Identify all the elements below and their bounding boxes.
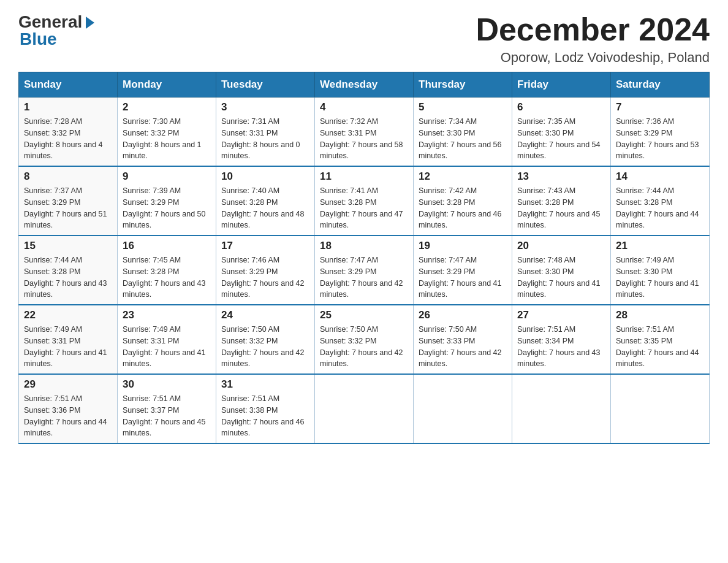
day-info: Sunrise: 7:50 AMSunset: 3:32 PMDaylight:… bbox=[320, 324, 408, 370]
day-number: 14 bbox=[616, 170, 704, 183]
day-number: 5 bbox=[419, 101, 507, 113]
day-number: 23 bbox=[123, 309, 211, 321]
day-cell: 2 Sunrise: 7:30 AMSunset: 3:32 PMDayligh… bbox=[118, 98, 216, 167]
calendar-table: SundayMondayTuesdayWednesdayThursdayFrid… bbox=[18, 72, 710, 444]
day-number: 24 bbox=[221, 309, 309, 321]
day-number: 30 bbox=[123, 378, 211, 391]
day-cell: 14 Sunrise: 7:44 AMSunset: 3:28 PMDaylig… bbox=[611, 166, 710, 236]
day-info: Sunrise: 7:46 AMSunset: 3:29 PMDaylight:… bbox=[221, 255, 309, 301]
day-cell: 23 Sunrise: 7:49 AMSunset: 3:31 PMDaylig… bbox=[118, 305, 216, 374]
day-cell: 26 Sunrise: 7:50 AMSunset: 3:33 PMDaylig… bbox=[414, 305, 512, 374]
day-info: Sunrise: 7:42 AMSunset: 3:28 PMDaylight:… bbox=[419, 185, 507, 231]
day-info: Sunrise: 7:36 AMSunset: 3:29 PMDaylight:… bbox=[616, 116, 704, 162]
day-cell: 20 Sunrise: 7:48 AMSunset: 3:30 PMDaylig… bbox=[512, 236, 611, 305]
day-number: 15 bbox=[24, 240, 112, 252]
col-header-monday: Monday bbox=[118, 72, 216, 98]
day-number: 3 bbox=[221, 101, 309, 113]
col-header-sunday: Sunday bbox=[19, 72, 118, 98]
day-info: Sunrise: 7:50 AMSunset: 3:32 PMDaylight:… bbox=[221, 324, 309, 370]
day-info: Sunrise: 7:49 AMSunset: 3:31 PMDaylight:… bbox=[123, 324, 211, 370]
day-number: 25 bbox=[320, 309, 408, 321]
col-header-saturday: Saturday bbox=[611, 72, 710, 98]
day-info: Sunrise: 7:44 AMSunset: 3:28 PMDaylight:… bbox=[24, 255, 112, 301]
day-number: 9 bbox=[123, 170, 211, 183]
day-info: Sunrise: 7:51 AMSunset: 3:38 PMDaylight:… bbox=[221, 393, 309, 439]
day-cell bbox=[611, 374, 710, 443]
day-number: 19 bbox=[419, 240, 507, 252]
day-cell: 28 Sunrise: 7:51 AMSunset: 3:35 PMDaylig… bbox=[611, 305, 710, 374]
day-cell: 18 Sunrise: 7:47 AMSunset: 3:29 PMDaylig… bbox=[315, 236, 414, 305]
day-info: Sunrise: 7:39 AMSunset: 3:29 PMDaylight:… bbox=[123, 185, 211, 231]
day-number: 18 bbox=[320, 240, 408, 252]
calendar-header-row: SundayMondayTuesdayWednesdayThursdayFrid… bbox=[19, 72, 710, 98]
day-info: Sunrise: 7:51 AMSunset: 3:35 PMDaylight:… bbox=[616, 324, 704, 370]
day-cell: 25 Sunrise: 7:50 AMSunset: 3:32 PMDaylig… bbox=[315, 305, 414, 374]
day-cell: 9 Sunrise: 7:39 AMSunset: 3:29 PMDayligh… bbox=[118, 166, 216, 236]
day-info: Sunrise: 7:51 AMSunset: 3:36 PMDaylight:… bbox=[24, 393, 112, 439]
day-number: 29 bbox=[24, 378, 112, 391]
day-number: 26 bbox=[419, 309, 507, 321]
day-number: 17 bbox=[221, 240, 309, 252]
day-cell: 4 Sunrise: 7:32 AMSunset: 3:31 PMDayligh… bbox=[315, 98, 414, 167]
day-info: Sunrise: 7:44 AMSunset: 3:28 PMDaylight:… bbox=[616, 185, 704, 231]
day-cell: 11 Sunrise: 7:41 AMSunset: 3:28 PMDaylig… bbox=[315, 166, 414, 236]
location-subtitle: Oporow, Lodz Voivodeship, Poland bbox=[476, 50, 710, 66]
logo-blue-text: Blue bbox=[18, 29, 57, 49]
day-number: 1 bbox=[24, 101, 112, 113]
week-row-2: 8 Sunrise: 7:37 AMSunset: 3:29 PMDayligh… bbox=[19, 166, 710, 236]
day-cell: 19 Sunrise: 7:47 AMSunset: 3:29 PMDaylig… bbox=[414, 236, 512, 305]
day-info: Sunrise: 7:48 AMSunset: 3:30 PMDaylight:… bbox=[517, 255, 605, 301]
day-number: 12 bbox=[419, 170, 507, 183]
day-info: Sunrise: 7:50 AMSunset: 3:33 PMDaylight:… bbox=[419, 324, 507, 370]
day-info: Sunrise: 7:28 AMSunset: 3:32 PMDaylight:… bbox=[24, 116, 112, 162]
day-cell: 5 Sunrise: 7:34 AMSunset: 3:30 PMDayligh… bbox=[414, 98, 512, 167]
day-cell: 22 Sunrise: 7:49 AMSunset: 3:31 PMDaylig… bbox=[19, 305, 118, 374]
day-info: Sunrise: 7:40 AMSunset: 3:28 PMDaylight:… bbox=[221, 185, 309, 231]
day-number: 4 bbox=[320, 101, 408, 113]
day-number: 13 bbox=[517, 170, 605, 183]
day-info: Sunrise: 7:34 AMSunset: 3:30 PMDaylight:… bbox=[419, 116, 507, 162]
col-header-wednesday: Wednesday bbox=[315, 72, 414, 98]
week-row-4: 22 Sunrise: 7:49 AMSunset: 3:31 PMDaylig… bbox=[19, 305, 710, 374]
day-number: 16 bbox=[123, 240, 211, 252]
day-cell: 3 Sunrise: 7:31 AMSunset: 3:31 PMDayligh… bbox=[216, 98, 315, 167]
day-cell bbox=[512, 374, 611, 443]
day-info: Sunrise: 7:47 AMSunset: 3:29 PMDaylight:… bbox=[419, 255, 507, 301]
day-info: Sunrise: 7:49 AMSunset: 3:31 PMDaylight:… bbox=[24, 324, 112, 370]
day-cell: 1 Sunrise: 7:28 AMSunset: 3:32 PMDayligh… bbox=[19, 98, 118, 167]
day-number: 28 bbox=[616, 309, 704, 321]
day-cell bbox=[414, 374, 512, 443]
day-number: 10 bbox=[221, 170, 309, 183]
day-info: Sunrise: 7:51 AMSunset: 3:37 PMDaylight:… bbox=[123, 393, 211, 439]
day-cell: 21 Sunrise: 7:49 AMSunset: 3:30 PMDaylig… bbox=[611, 236, 710, 305]
day-cell: 27 Sunrise: 7:51 AMSunset: 3:34 PMDaylig… bbox=[512, 305, 611, 374]
logo-arrow-icon bbox=[86, 17, 94, 29]
day-info: Sunrise: 7:30 AMSunset: 3:32 PMDaylight:… bbox=[123, 116, 211, 162]
day-number: 22 bbox=[24, 309, 112, 321]
day-cell: 17 Sunrise: 7:46 AMSunset: 3:29 PMDaylig… bbox=[216, 236, 315, 305]
day-info: Sunrise: 7:51 AMSunset: 3:34 PMDaylight:… bbox=[517, 324, 605, 370]
day-cell bbox=[315, 374, 414, 443]
day-number: 8 bbox=[24, 170, 112, 183]
day-cell: 31 Sunrise: 7:51 AMSunset: 3:38 PMDaylig… bbox=[216, 374, 315, 443]
day-number: 21 bbox=[616, 240, 704, 252]
page-header: General Blue December 2024 Oporow, Lodz … bbox=[18, 12, 710, 66]
day-cell: 7 Sunrise: 7:36 AMSunset: 3:29 PMDayligh… bbox=[611, 98, 710, 167]
day-cell: 29 Sunrise: 7:51 AMSunset: 3:36 PMDaylig… bbox=[19, 374, 118, 443]
day-info: Sunrise: 7:31 AMSunset: 3:31 PMDaylight:… bbox=[221, 116, 309, 162]
day-cell: 24 Sunrise: 7:50 AMSunset: 3:32 PMDaylig… bbox=[216, 305, 315, 374]
day-number: 11 bbox=[320, 170, 408, 183]
day-info: Sunrise: 7:45 AMSunset: 3:28 PMDaylight:… bbox=[123, 255, 211, 301]
logo: General Blue bbox=[18, 12, 94, 49]
col-header-tuesday: Tuesday bbox=[216, 72, 315, 98]
day-cell: 15 Sunrise: 7:44 AMSunset: 3:28 PMDaylig… bbox=[19, 236, 118, 305]
day-number: 31 bbox=[221, 378, 309, 391]
day-number: 7 bbox=[616, 101, 704, 113]
day-info: Sunrise: 7:35 AMSunset: 3:30 PMDaylight:… bbox=[517, 116, 605, 162]
day-number: 27 bbox=[517, 309, 605, 321]
day-cell: 10 Sunrise: 7:40 AMSunset: 3:28 PMDaylig… bbox=[216, 166, 315, 236]
day-info: Sunrise: 7:47 AMSunset: 3:29 PMDaylight:… bbox=[320, 255, 408, 301]
day-cell: 13 Sunrise: 7:43 AMSunset: 3:28 PMDaylig… bbox=[512, 166, 611, 236]
day-number: 6 bbox=[517, 101, 605, 113]
day-cell: 8 Sunrise: 7:37 AMSunset: 3:29 PMDayligh… bbox=[19, 166, 118, 236]
